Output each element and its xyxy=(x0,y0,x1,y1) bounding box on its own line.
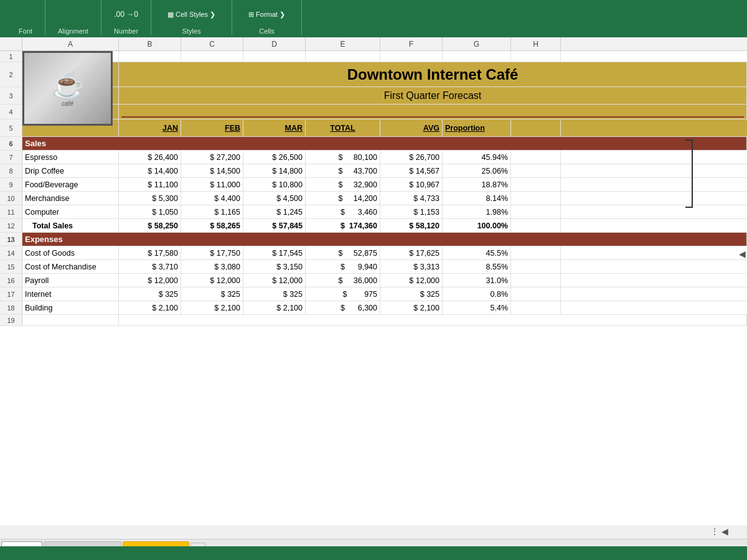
cell-h8[interactable] xyxy=(511,164,561,177)
cell-f8[interactable]: $ 14,567 xyxy=(380,164,443,177)
cell-g17[interactable]: 0.8% xyxy=(443,287,511,301)
cell-h15[interactable] xyxy=(511,260,561,273)
cell-d17[interactable]: $ 325 xyxy=(243,287,306,301)
cell-g10[interactable]: 8.14% xyxy=(443,192,511,205)
cell-c16[interactable]: $ 12,000 xyxy=(181,274,243,287)
cell-h1[interactable] xyxy=(511,51,561,62)
cell-h17[interactable] xyxy=(511,287,561,301)
cell-g14[interactable]: 45.5% xyxy=(443,246,511,259)
cell-h9[interactable] xyxy=(511,178,561,191)
cell-b18[interactable]: $ 2,100 xyxy=(119,301,181,314)
cell-b9[interactable]: $ 11,100 xyxy=(119,178,181,191)
cell-c8[interactable]: $ 14,500 xyxy=(181,164,243,177)
merged-subtitle-cell[interactable]: First Quarter Forecast xyxy=(119,87,747,104)
cell-f10[interactable]: $ 4,733 xyxy=(380,192,443,205)
cell-a8[interactable]: Drip Coffee xyxy=(22,164,119,177)
cell-a10[interactable]: Merchandise xyxy=(22,192,119,205)
cell-a12[interactable]: Total Sales xyxy=(22,219,119,232)
cell-g11[interactable]: 1.98% xyxy=(443,205,511,218)
cell-h16[interactable] xyxy=(511,274,561,287)
cell-b1[interactable] xyxy=(119,51,181,62)
cell-h11[interactable] xyxy=(511,205,561,218)
cell-c15[interactable]: $ 3,080 xyxy=(181,260,243,273)
cell-avg-header[interactable]: AVG xyxy=(380,119,443,136)
cell-e16[interactable]: $ 36,000 xyxy=(306,274,380,287)
cell-a19[interactable] xyxy=(22,315,119,325)
cell-d12[interactable]: $ 57,845 xyxy=(243,219,306,232)
cell-d11[interactable]: $ 1,245 xyxy=(243,205,306,218)
cell-h5[interactable] xyxy=(511,119,561,136)
cell-h10[interactable] xyxy=(511,192,561,205)
cell-g15[interactable]: 8.55% xyxy=(443,260,511,273)
cell-b14[interactable]: $ 17,580 xyxy=(119,246,181,259)
cell-d18[interactable]: $ 2,100 xyxy=(243,301,306,314)
cell-e9[interactable]: $ 32,900 xyxy=(306,178,380,191)
cell-c17[interactable]: $ 325 xyxy=(181,287,243,301)
cell-mar-header[interactable]: MAR xyxy=(243,119,306,136)
cell-d16[interactable]: $ 12,000 xyxy=(243,274,306,287)
merged-title-cell[interactable]: Downtown Internet Café xyxy=(119,62,747,86)
cell-f11[interactable]: $ 1,153 xyxy=(380,205,443,218)
cell-g9[interactable]: 18.87% xyxy=(443,178,511,191)
cell-total-header[interactable]: TOTAL xyxy=(306,119,380,136)
cell-e1[interactable] xyxy=(306,51,380,62)
cell-d14[interactable]: $ 17,545 xyxy=(243,246,306,259)
cell-e10[interactable]: $ 14,200 xyxy=(306,192,380,205)
cell-e14[interactable]: $ 52,875 xyxy=(306,246,380,259)
cell-proportion-header[interactable]: Proportion xyxy=(443,119,511,136)
cell-e18[interactable]: $ 6,300 xyxy=(306,301,380,314)
cell-a16[interactable]: Payroll xyxy=(22,274,119,287)
cell-f12[interactable]: $ 58,120 xyxy=(380,219,443,232)
cell-c9[interactable]: $ 11,000 xyxy=(181,178,243,191)
cell-jan-header[interactable]: JAN xyxy=(119,119,181,136)
cell-e8[interactable]: $ 43,700 xyxy=(306,164,380,177)
cell-b16[interactable]: $ 12,000 xyxy=(119,274,181,287)
cell-g12[interactable]: 100.00% xyxy=(443,219,511,232)
cell-f17[interactable]: $ 325 xyxy=(380,287,443,301)
cell-d9[interactable]: $ 10,800 xyxy=(243,178,306,191)
cell-d10[interactable]: $ 4,500 xyxy=(243,192,306,205)
cell-e15[interactable]: $ 9,940 xyxy=(306,260,380,273)
cell-f15[interactable]: $ 3,313 xyxy=(380,260,443,273)
cell-a9[interactable]: Food/Beverage xyxy=(22,178,119,191)
cell-f1[interactable] xyxy=(380,51,443,62)
cell-g1[interactable] xyxy=(443,51,511,62)
cell-b10[interactable]: $ 5,300 xyxy=(119,192,181,205)
cell-f16[interactable]: $ 12,000 xyxy=(380,274,443,287)
cell-a17[interactable]: Internet xyxy=(22,287,119,301)
cell-a11[interactable]: Computer xyxy=(22,205,119,218)
cell-e17[interactable]: $ 975 xyxy=(306,287,380,301)
cell-b17[interactable]: $ 325 xyxy=(119,287,181,301)
cell-f18[interactable]: $ 2,100 xyxy=(380,301,443,314)
cell-rest-19[interactable] xyxy=(119,315,747,325)
cell-c10[interactable]: $ 4,400 xyxy=(181,192,243,205)
cell-g8[interactable]: 25.06% xyxy=(443,164,511,177)
cell-d8[interactable]: $ 14,800 xyxy=(243,164,306,177)
cell-c12[interactable]: $ 58,265 xyxy=(181,219,243,232)
cell-a14[interactable]: Cost of Goods xyxy=(22,246,119,259)
cell-e12[interactable]: $ 174,360 xyxy=(306,219,380,232)
cell-h14[interactable] xyxy=(511,246,561,259)
cell-styles-button[interactable]: ▦ Cell Styles ❯ xyxy=(164,9,219,20)
cell-c18[interactable]: $ 2,100 xyxy=(181,301,243,314)
cell-b7[interactable]: $ 26,400 xyxy=(119,151,181,164)
cell-a15[interactable]: Cost of Merchandise xyxy=(22,260,119,273)
cell-c7[interactable]: $ 27,200 xyxy=(181,151,243,164)
cell-c11[interactable]: $ 1,165 xyxy=(181,205,243,218)
cell-g16[interactable]: 31.0% xyxy=(443,274,511,287)
cell-d7[interactable]: $ 26,500 xyxy=(243,151,306,164)
cell-h7[interactable] xyxy=(511,151,561,164)
cell-c14[interactable]: $ 17,750 xyxy=(181,246,243,259)
cell-b11[interactable]: $ 1,050 xyxy=(119,205,181,218)
cell-h18[interactable] xyxy=(511,301,561,314)
cell-a18[interactable]: Building xyxy=(22,301,119,314)
cell-b15[interactable]: $ 3,710 xyxy=(119,260,181,273)
cell-bcdefgh-4[interactable] xyxy=(119,105,747,119)
format-button[interactable]: ⊞ Format ❯ xyxy=(245,9,289,20)
cell-g7[interactable]: 45.94% xyxy=(443,151,511,164)
cell-f7[interactable]: $ 26,700 xyxy=(380,151,443,164)
cell-f14[interactable]: $ 17,625 xyxy=(380,246,443,259)
cell-a7[interactable]: Espresso xyxy=(22,151,119,164)
cell-b8[interactable]: $ 14,400 xyxy=(119,164,181,177)
cell-e7[interactable]: $ 80,100 xyxy=(306,151,380,164)
